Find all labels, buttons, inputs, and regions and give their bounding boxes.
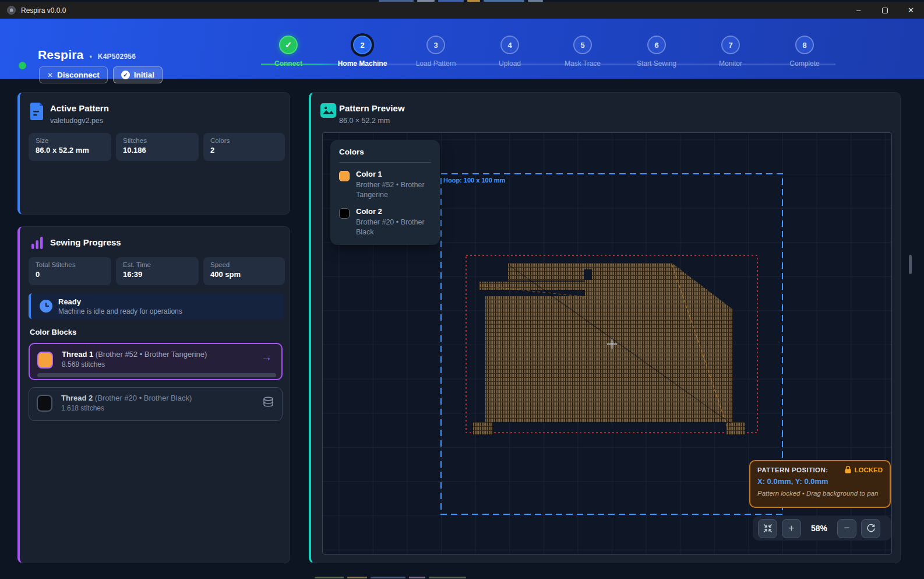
initial-button[interactable]: ✓ Initial: [113, 66, 163, 83]
status-description: Machine is idle and ready for operations: [58, 307, 182, 315]
step-number: 7: [721, 36, 740, 54]
app-header: Respira • K4P502956 ✕ Disconnect ✓ Initi…: [0, 19, 924, 79]
embroidery-pattern[interactable]: [473, 263, 745, 434]
preview-canvas[interactable]: Hoop: 100 x 100 mm Colors Color 1 Brothe…: [322, 132, 892, 555]
step-label: Mask Trace: [548, 59, 618, 68]
step-mask-trace[interactable]: 5 Mask Trace: [548, 36, 618, 68]
stat-value: 0: [36, 270, 104, 279]
step-number: 2: [353, 36, 372, 54]
stack-icon: [263, 396, 274, 408]
minimize-button[interactable]: –: [845, 2, 872, 19]
brand-block: Respira • K4P502956: [38, 48, 136, 62]
disconnect-x-icon: ✕: [47, 71, 53, 79]
close-button[interactable]: ✕: [898, 2, 924, 19]
legend-title: Colors: [339, 148, 431, 163]
pattern-dimensions: 86.0 × 52.2 mm: [339, 117, 390, 125]
legend-color-desc: Brother #52 • Brother Tangerine: [356, 180, 435, 200]
step-label: Upload: [475, 59, 545, 68]
pattern-notch: [584, 269, 592, 280]
step-number: 5: [573, 36, 592, 54]
active-pattern-card: Active Pattern valetudogv2.pes Size 86.0…: [17, 92, 290, 215]
step-label: Load Pattern: [401, 59, 471, 68]
color-blocks-heading: Color Blocks: [30, 328, 76, 336]
step-number: 6: [647, 36, 666, 54]
thread-1-name: Thread 1 (Brother #52 • Brother Tangerin…: [62, 350, 207, 359]
machine-serial: K4P502956: [98, 52, 136, 61]
close-icon: ✕: [908, 6, 914, 15]
check-icon: ✓: [285, 40, 292, 50]
step-complete[interactable]: 8 Complete: [770, 36, 840, 68]
clock-icon: [40, 300, 52, 313]
stat-value: 2: [210, 146, 278, 155]
thread-1-stitches: 8.568 stitches: [62, 360, 105, 369]
background-window-sliver-bottom: [315, 577, 466, 578]
thread-name: Thread 1: [62, 350, 93, 359]
locked-label: LOCKED: [854, 466, 883, 473]
step-number: 8: [795, 36, 814, 54]
status-title: Ready: [58, 297, 81, 306]
zoom-out-button[interactable]: −: [837, 519, 856, 538]
maximize-button[interactable]: [872, 2, 898, 19]
step-start-sewing[interactable]: 6 Start Sewing: [622, 36, 692, 68]
initial-check-icon: ✓: [121, 71, 130, 79]
step-label: Complete: [770, 59, 840, 68]
plus-icon: +: [789, 522, 795, 534]
thread-detail: (Brother #52 • Brother Tangerine): [96, 350, 207, 359]
thread-detail: (Brother #20 • Brother Black): [95, 394, 192, 402]
thread-name: Thread 2: [61, 394, 93, 402]
step-load-pattern[interactable]: 3 Load Pattern: [401, 36, 471, 68]
disconnect-button[interactable]: ✕ Disconnect: [39, 66, 108, 83]
window-scrollbar-thumb[interactable]: [909, 255, 912, 274]
stat-total-stitches: Total Stitches 0: [29, 257, 111, 285]
thread-2-swatch: [37, 395, 52, 412]
lock-icon: [845, 466, 851, 473]
brand-title: Respira: [38, 48, 83, 62]
stat-label: Stitches: [123, 137, 192, 144]
locked-badge: LOCKED: [845, 466, 883, 473]
stat-speed: Speed 400 spm: [203, 257, 285, 285]
zoom-toolbar: + 58% −: [753, 516, 891, 541]
step-upload[interactable]: 4 Upload: [475, 36, 545, 68]
step-connect[interactable]: ✓ Connect: [253, 36, 323, 68]
hoop-size-label: Hoop: 100 x 100 mm: [443, 177, 505, 184]
bar-chart-icon: [31, 237, 44, 250]
legend-swatch-orange: [339, 171, 350, 181]
active-pattern-title: Active Pattern: [50, 103, 109, 113]
image-icon: [320, 103, 336, 118]
pattern-filename: valetudogv2.pes: [50, 117, 103, 125]
step-number: 4: [500, 36, 519, 54]
app-logo-icon: [7, 6, 16, 15]
sewing-progress-title: Sewing Progress: [50, 237, 121, 247]
titlebar[interactable]: Respira v0.0.0 – ✕: [0, 2, 924, 19]
colors-legend-panel: Colors Color 1 Brother #52 • Brother Tan…: [330, 140, 440, 245]
pattern-position-overlay: PATTERN POSITION: LOCKED X: 0.0mm, Y: 0.…: [749, 460, 891, 508]
step-monitor[interactable]: 7 Monitor: [696, 36, 766, 68]
stat-label: Size: [36, 137, 104, 144]
thread-1-item[interactable]: Thread 1 (Brother #52 • Brother Tangerin…: [29, 343, 283, 380]
thread-1-swatch: [37, 352, 53, 369]
stat-size: Size 86.0 x 52.2 mm: [29, 133, 111, 161]
sewing-progress-card: Sewing Progress Total Stitches 0 Est. Ti…: [17, 226, 290, 563]
fit-to-screen-button[interactable]: [758, 519, 777, 538]
legend-color-desc: Brother #20 • Brother Black: [356, 217, 435, 237]
zoom-in-button[interactable]: +: [782, 519, 801, 538]
legend-item-color2: Color 2 Brother #20 • Brother Black: [339, 207, 431, 237]
pattern-preview-card: Pattern Preview 86.0 × 52.2 mm: [309, 92, 901, 563]
machine-status-banner: Ready Machine is idle and ready for oper…: [29, 293, 284, 319]
active-thread-arrow-icon: →: [261, 351, 272, 364]
stat-label: Est. Time: [123, 261, 192, 268]
legend-item-color1: Color 1 Brother #52 • Brother Tangerine: [339, 170, 431, 200]
step-label: Monitor: [696, 59, 766, 68]
document-icon: [30, 103, 45, 120]
zoom-level: 58%: [806, 524, 833, 533]
legend-color-name: Color 2: [356, 207, 435, 216]
reset-view-button[interactable]: [861, 519, 880, 538]
stat-value: 400 spm: [210, 270, 278, 279]
thread-2-item[interactable]: Thread 2 (Brother #20 • Brother Black) 1…: [29, 387, 283, 421]
pattern-coordinates: X: 0.0mm, Y: 0.0mm: [757, 477, 883, 486]
step-home-machine[interactable]: 2 Home Machine: [327, 36, 397, 68]
connection-status-dot: [19, 62, 26, 69]
respira-app-window: { "window": { "title": "Respira v0.0.0" …: [0, 0, 924, 579]
thread-2-stitches: 1.618 stitches: [61, 404, 104, 412]
thread-2-name: Thread 2 (Brother #20 • Brother Black): [61, 394, 192, 402]
